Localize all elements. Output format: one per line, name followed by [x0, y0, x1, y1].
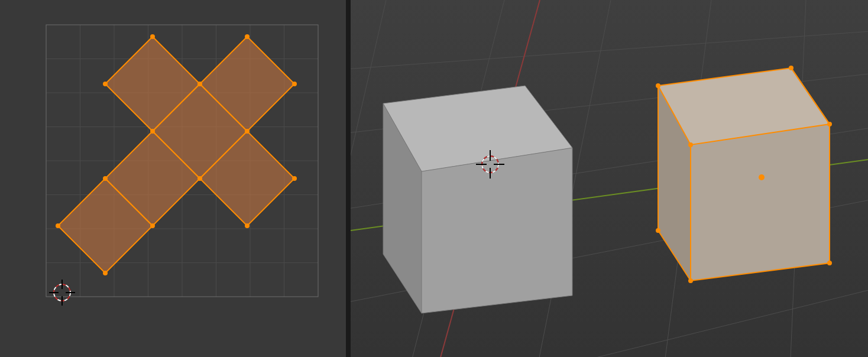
svg-point-106: [789, 66, 793, 70]
split-view: [0, 0, 868, 357]
svg-point-72: [245, 34, 250, 39]
area-divider[interactable]: [346, 0, 351, 357]
svg-point-111: [827, 261, 832, 265]
svg-point-81: [150, 223, 155, 228]
svg-point-77: [245, 129, 250, 134]
svg-point-78: [103, 176, 108, 181]
svg-point-83: [56, 223, 60, 228]
uv-editor[interactable]: [0, 0, 346, 357]
svg-point-109: [656, 228, 660, 233]
svg-point-108: [688, 142, 693, 147]
svg-point-74: [197, 82, 202, 86]
svg-point-75: [292, 82, 297, 86]
svg-point-82: [245, 223, 250, 228]
svg-point-76: [150, 129, 155, 134]
cube2-front: [691, 124, 830, 281]
3d-viewport[interactable]: [351, 0, 868, 357]
uv-editor-canvas[interactable]: [0, 0, 346, 357]
svg-point-105: [656, 83, 660, 88]
svg-point-80: [292, 176, 297, 181]
svg-point-84: [103, 271, 108, 275]
object-cube-001[interactable]: [656, 66, 832, 283]
cube-front: [422, 148, 572, 313]
object-cube[interactable]: [383, 86, 572, 313]
svg-point-79: [197, 176, 202, 181]
svg-point-110: [688, 278, 693, 283]
svg-point-71: [150, 34, 155, 39]
svg-point-73: [103, 82, 108, 86]
svg-point-107: [827, 122, 832, 126]
svg-point-112: [759, 174, 765, 180]
3d-viewport-canvas[interactable]: [351, 0, 868, 357]
